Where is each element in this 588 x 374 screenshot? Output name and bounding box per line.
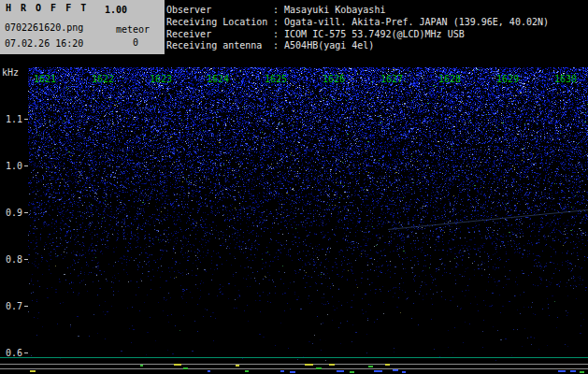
app-version: 1.00 xyxy=(105,5,127,15)
signal-mark xyxy=(580,371,584,373)
freq-tick-label: 0.9 xyxy=(0,208,22,218)
header-value: A504HB(yagi 4el) xyxy=(284,40,374,50)
header-label: Receiver xyxy=(166,29,273,39)
header-value: ICOM IC-575 53.7492(@LCD)MHz USB xyxy=(284,29,465,39)
header-colon: : xyxy=(273,5,284,15)
time-tick-label: 1627 xyxy=(380,74,403,84)
freq-tick-label: 1.0 xyxy=(0,161,22,171)
header-colon: : xyxy=(273,17,284,27)
reference-grid-line xyxy=(0,368,588,369)
header-value: Ogata-vill. Akita-Pref. JAPAN (139.96E, … xyxy=(284,17,549,27)
control-panel: H R O F F T 1.00 0702261620.png meteor 0… xyxy=(0,0,165,54)
signal-mark xyxy=(183,367,188,369)
freq-tick-mark xyxy=(24,119,28,120)
signal-mark xyxy=(305,364,313,366)
meteor-counter-value: 0 xyxy=(133,37,138,48)
header-row-antenna: Receiving antenna: A504HB(yagi 4el) xyxy=(166,40,374,50)
signal-mark xyxy=(337,370,344,372)
freq-tick-mark xyxy=(24,352,28,353)
time-tick-label: 1621 xyxy=(34,74,56,84)
signal-mark xyxy=(570,370,576,372)
spectrogram-canvas xyxy=(28,67,588,361)
header-colon: : xyxy=(273,40,284,50)
time-tick-label: 1623 xyxy=(150,74,172,84)
signal-mark xyxy=(30,370,36,372)
signal-mark xyxy=(140,365,143,367)
time-tick-label: 1626 xyxy=(323,74,345,84)
time-tick-label: 1625 xyxy=(265,74,287,84)
signal-mark xyxy=(290,371,295,373)
header-value: Masayuki Kobayashi xyxy=(284,5,385,15)
app-title: H R O F F T xyxy=(6,3,88,13)
signal-mark xyxy=(236,365,239,367)
signal-mark xyxy=(385,364,390,366)
signal-mark xyxy=(350,371,354,373)
freq-tick-mark xyxy=(24,259,28,260)
freq-tick-label: 0.7 xyxy=(0,301,22,311)
khz-unit-label: kHz xyxy=(2,67,19,78)
header-colon: : xyxy=(273,29,284,39)
header-label: Observer xyxy=(166,5,273,15)
freq-tick-label: 0.8 xyxy=(0,254,22,265)
signal-mark xyxy=(368,366,373,367)
signal-mark xyxy=(245,370,249,372)
header-row-observer: Observer: Masayuki Kobayashi xyxy=(166,5,385,15)
datetime-display: 07.02.26 16:20 xyxy=(5,38,83,49)
freq-tick-mark xyxy=(24,212,28,213)
freq-tick-mark xyxy=(24,306,28,307)
meteor-counter-label: meteor xyxy=(116,24,150,35)
time-tick-label: 1630 xyxy=(554,74,577,84)
header-label: Receiving antenna xyxy=(166,40,273,50)
signal-mark xyxy=(558,370,566,372)
signal-mark xyxy=(329,364,335,366)
freq-tick-mark xyxy=(24,165,28,166)
signal-mark xyxy=(208,370,210,372)
time-tick-label: 1622 xyxy=(92,74,114,84)
time-tick-label: 1628 xyxy=(438,74,461,84)
signal-mark xyxy=(402,371,406,373)
reference-grid-line xyxy=(0,364,588,365)
time-tick-label: 1629 xyxy=(496,74,519,84)
header-row-receiver: Receiver: ICOM IC-575 53.7492(@LCD)MHz U… xyxy=(166,29,465,39)
freq-tick-label: 1.1 xyxy=(0,114,22,124)
header-row-location: Receiving Location: Ogata-vill. Akita-Pr… xyxy=(166,17,549,27)
output-filename: 0702261620.png xyxy=(5,22,83,33)
signal-mark xyxy=(174,364,181,366)
signal-mark xyxy=(374,370,382,372)
header-label: Receiving Location xyxy=(166,17,273,27)
time-tick-label: 1624 xyxy=(207,74,229,84)
signal-mark xyxy=(393,369,398,371)
freq-tick-label: 0.6 xyxy=(0,348,22,358)
hrofft-window: H R O F F T 1.00 0702261620.png meteor 0… xyxy=(0,0,588,374)
signal-mark xyxy=(316,367,322,369)
signal-mark xyxy=(280,370,284,372)
